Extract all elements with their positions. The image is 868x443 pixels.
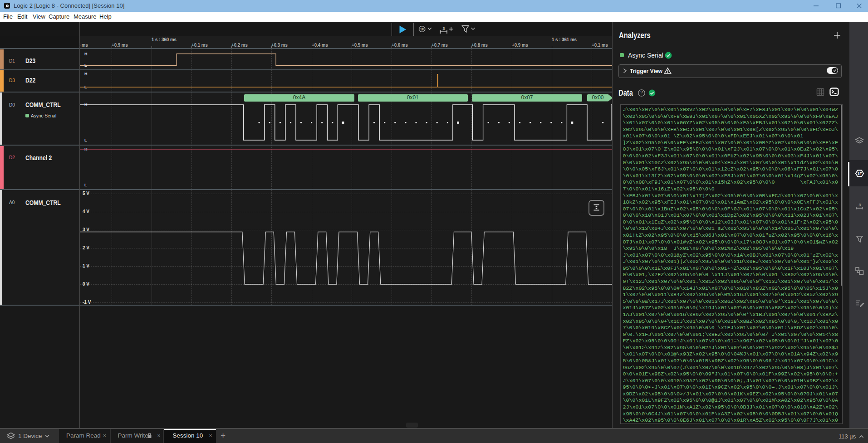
svg-text:3: 3 [858,203,861,207]
svg-text:1F: 1F [858,171,862,176]
svg-text:?: ? [640,90,643,95]
